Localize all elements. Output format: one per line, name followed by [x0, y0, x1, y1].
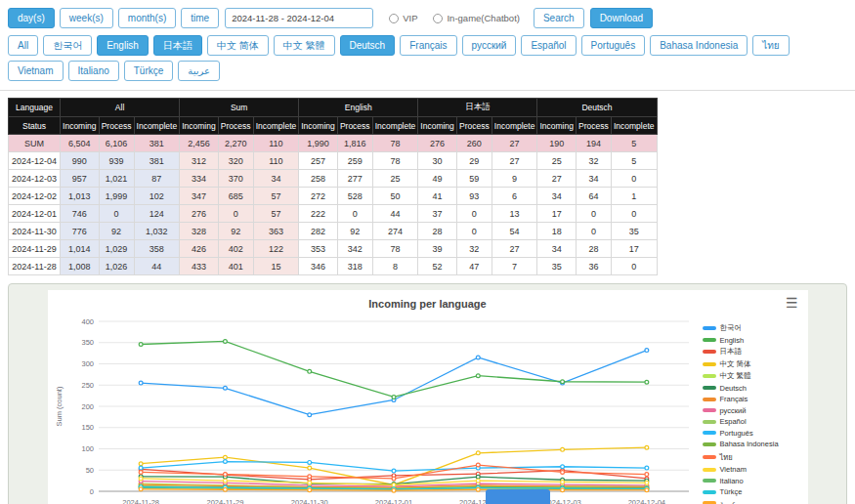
download-button[interactable]: Download [590, 8, 653, 28]
table-row: 2024-12-017460124276057222044370131700 [9, 205, 658, 223]
table-cell: 258 [299, 170, 338, 188]
table-cell: 381 [134, 135, 180, 152]
ingame-radio[interactable]: In-game(Chatbot) [433, 13, 519, 23]
table-cell: 381 [134, 152, 180, 170]
table-cell: 17 [611, 240, 657, 258]
lang-button-6[interactable]: Deutsch [340, 35, 396, 56]
legend-item-6[interactable]: Français [703, 395, 804, 403]
row-label: 2024-12-01 [9, 205, 61, 223]
table-cell: 64 [576, 188, 611, 205]
table-cell: 363 [253, 223, 299, 240]
legend-marker-icon [703, 326, 716, 330]
lang-button-2[interactable]: English [97, 35, 149, 56]
metric-header-4-2: Incomplete [611, 117, 657, 135]
lang-button-7[interactable]: Français [400, 35, 456, 56]
group-header-0: Language [9, 99, 61, 117]
table-cell: 426 [180, 240, 219, 258]
table-section: LanguageAllSumEnglish日本語DeutschStatusInc… [0, 91, 855, 279]
table-cell: 78 [372, 240, 418, 258]
legend-item-13[interactable]: Italiano [703, 477, 804, 485]
table-cell: 401 [218, 258, 253, 275]
period-button-1[interactable]: week(s) [60, 8, 113, 28]
legend-item-2[interactable]: 日本語 [703, 347, 804, 357]
lang-button-11[interactable]: Bahasa Indonesia [650, 35, 748, 56]
table-cell: 34 [537, 188, 577, 205]
period-button-2[interactable]: month(s) [118, 8, 176, 28]
bottom-blue-widget[interactable] [486, 489, 550, 504]
lang-button-14[interactable]: Italiano [68, 61, 119, 81]
lang-button-9[interactable]: Español [521, 35, 576, 56]
lang-button-15[interactable]: Türkçe [124, 61, 174, 81]
table-cell: 1,021 [99, 170, 134, 188]
legend-label: Vietnam [720, 465, 747, 474]
table-cell: 124 [134, 205, 180, 223]
lang-button-13[interactable]: Vietnam [8, 61, 64, 81]
legend-item-9[interactable]: Português [703, 429, 804, 438]
table-cell: 32 [456, 240, 492, 258]
table-cell: 27 [492, 152, 537, 170]
lang-button-0[interactable]: All [8, 35, 38, 56]
lang-button-4[interactable]: 中文 简体 [207, 35, 269, 56]
legend-item-10[interactable]: Bahasa Indonesia [703, 440, 804, 448]
table-cell: 7 [492, 258, 537, 275]
table-cell: 1,999 [99, 188, 134, 205]
date-range-input[interactable] [225, 8, 373, 28]
table-cell: 25 [372, 170, 418, 188]
table-cell: 13 [492, 205, 537, 223]
legend-label: Français [720, 395, 748, 403]
legend-item-1[interactable]: English [703, 336, 804, 345]
table-cell: 37 [418, 205, 457, 223]
table-cell: 5 [611, 152, 657, 170]
lang-button-8[interactable]: русский [462, 35, 517, 56]
legend-item-11[interactable]: ไทย [703, 451, 804, 463]
legend-item-0[interactable]: 한국어 [703, 323, 804, 333]
table-cell: 102 [134, 188, 180, 205]
chart-menu-icon[interactable]: ☰ [786, 296, 798, 310]
legend-marker-icon [703, 455, 716, 459]
legend-item-5[interactable]: Deutsch [703, 384, 804, 393]
lang-button-16[interactable]: عربية [178, 61, 220, 81]
table-row: 2024-12-039571,0218733437034258277254959… [9, 170, 658, 188]
table-cell: 320 [218, 152, 253, 170]
table-cell: 0 [218, 205, 253, 223]
svg-text:100: 100 [81, 444, 94, 453]
legend-item-12[interactable]: Vietnam [703, 465, 804, 474]
table-cell: 6,504 [61, 135, 100, 152]
table-cell: 47 [456, 258, 492, 275]
table-cell: 57 [253, 205, 299, 223]
search-button[interactable]: Search [534, 8, 584, 28]
lang-button-12[interactable]: ไทย [752, 35, 789, 56]
table-cell: 990 [61, 152, 100, 170]
ingame-radio-icon[interactable] [433, 14, 443, 23]
svg-text:400: 400 [81, 317, 94, 326]
row-label: 2024-12-03 [9, 170, 61, 188]
vip-radio[interactable]: VIP [389, 13, 417, 23]
legend-item-3[interactable]: 中文 简体 [703, 359, 804, 369]
lang-button-3[interactable]: 日本語 [153, 35, 202, 56]
legend-item-4[interactable]: 中文 繁體 [703, 371, 804, 381]
legend-item-8[interactable]: Español [703, 417, 804, 426]
table-cell: 402 [218, 240, 253, 258]
table-cell: 222 [299, 205, 338, 223]
period-button-3[interactable]: time [181, 8, 219, 28]
table-cell: 1,008 [61, 258, 100, 275]
legend-item-15[interactable]: عربية [703, 499, 804, 504]
lang-button-1[interactable]: 한국어 [43, 35, 92, 56]
vip-radio-icon[interactable] [389, 14, 399, 23]
legend-marker-icon [703, 442, 716, 446]
table-cell: 257 [299, 152, 338, 170]
legend-item-14[interactable]: Türkçe [703, 487, 804, 496]
period-button-group: day(s)week(s)month(s)time [8, 8, 219, 28]
table-cell: 27 [537, 170, 577, 188]
lang-button-5[interactable]: 中文 繁體 [274, 35, 335, 56]
group-header-1: All [61, 99, 180, 117]
legend-item-7[interactable]: русский [703, 406, 804, 415]
table-cell: 1,026 [99, 258, 134, 275]
period-button-0[interactable]: day(s) [8, 8, 55, 28]
svg-text:2024-12-01: 2024-12-01 [374, 498, 411, 504]
lang-button-10[interactable]: Português [581, 35, 646, 56]
table-cell: 59 [456, 170, 492, 188]
table-cell: 358 [134, 240, 180, 258]
legend-label: 한국어 [720, 323, 743, 333]
line-chart-canvas: 0501001502002503003504002024-11-282024-1… [52, 314, 697, 504]
